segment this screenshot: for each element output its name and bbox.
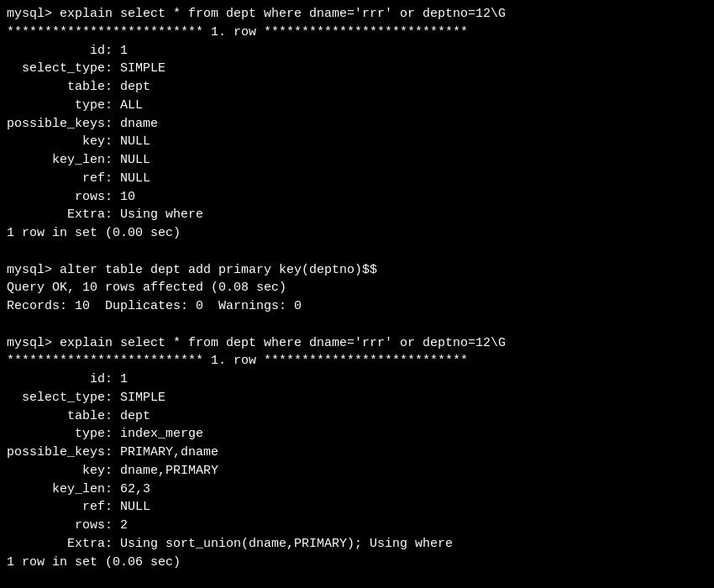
terminal-window: mysql> explain select * from dept where …	[0, 0, 714, 588]
terminal-line: possible_keys: PRIMARY,dname	[7, 444, 707, 462]
terminal-line: table: dept	[7, 407, 707, 426]
terminal-line: id: 1	[7, 42, 707, 60]
terminal-line: table: dept	[7, 78, 707, 97]
terminal-line: type: index_merge	[7, 425, 707, 444]
terminal-line: mysql> explain select * from dept where …	[7, 5, 707, 24]
terminal-line: ************************** 1. row ******…	[7, 24, 707, 42]
terminal-line: Extra: Using where	[7, 206, 707, 224]
terminal-line: id: 1	[7, 370, 707, 389]
terminal-line: mysql> explain select * from dept where …	[7, 334, 707, 353]
terminal-line: key: dname,PRIMARY	[7, 462, 707, 480]
terminal-line: select_type: SIMPLE	[7, 389, 707, 407]
terminal-line: key: NULL	[7, 133, 707, 151]
terminal-line: select_type: SIMPLE	[7, 60, 707, 78]
terminal-line: type: ALL	[7, 97, 707, 115]
terminal-line: ref: NULL	[7, 498, 707, 517]
terminal-empty-line	[7, 316, 707, 334]
terminal-line: Records: 10 Duplicates: 0 Warnings: 0	[7, 297, 707, 316]
terminal-line: 1 row in set (0.06 sec)	[7, 554, 707, 572]
terminal-line: key_len: NULL	[7, 151, 707, 170]
terminal-line: Extra: Using sort_union(dname,PRIMARY); …	[7, 535, 707, 554]
terminal-line: key_len: 62,3	[7, 480, 707, 499]
terminal-line: Query OK, 10 rows affected (0.08 sec)	[7, 279, 707, 297]
terminal-line: possible_keys: dname	[7, 115, 707, 134]
terminal-line: 1 row in set (0.00 sec)	[7, 224, 707, 243]
terminal-empty-line	[7, 243, 707, 261]
terminal-line: rows: 2	[7, 517, 707, 535]
terminal-line: ref: NULL	[7, 170, 707, 188]
terminal-line: mysql> alter table dept add primary key(…	[7, 261, 707, 280]
terminal-line: ************************** 1. row ******…	[7, 352, 707, 370]
terminal-line: rows: 10	[7, 188, 707, 207]
